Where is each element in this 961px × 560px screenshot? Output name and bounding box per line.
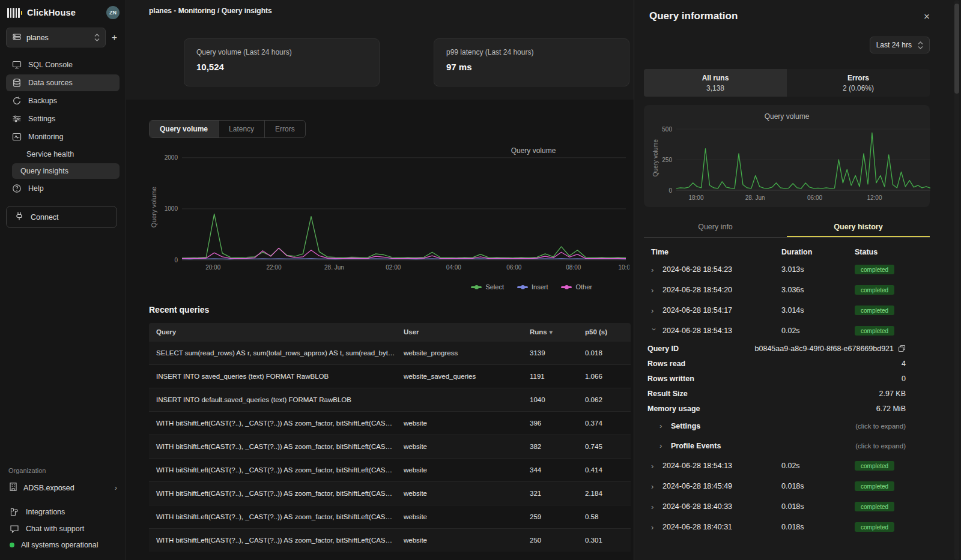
status-indicator[interactable]: All systems operational xyxy=(2,537,123,553)
user-avatar[interactable]: ZN xyxy=(106,6,120,19)
tab-query-info[interactable]: Query info xyxy=(644,218,787,237)
query-information-panel: Query information × Last 24 hrs All runs… xyxy=(634,0,961,560)
legend-item-insert[interactable]: Insert xyxy=(517,283,548,291)
svg-text:06:00: 06:00 xyxy=(807,194,822,201)
svg-text:28. Jun: 28. Jun xyxy=(324,264,344,271)
table-row[interactable]: WITH bitShiftLeft(CAST(?..), _CAST(?..))… xyxy=(149,505,631,528)
sidebar-item-help[interactable]: Help xyxy=(6,180,120,197)
tab-query-history[interactable]: Query history xyxy=(787,218,930,237)
legend-label: Other xyxy=(575,283,592,291)
query-volume-stat-card: Query volume (Last 24 hours) 10,524 xyxy=(184,38,380,86)
select-series-marker-icon xyxy=(471,286,482,288)
sidebar-item-integrations[interactable]: Integrations xyxy=(2,504,123,520)
all-runs-label: All runs xyxy=(702,74,729,82)
sidebar-item-chat-support[interactable]: Chat with support xyxy=(2,520,123,537)
table-row[interactable]: INSERT INTO default.saved_queries (text)… xyxy=(149,388,631,411)
time-range-row: Last 24 hrs xyxy=(644,37,930,53)
sidebar-item-query-insights[interactable]: Query insights xyxy=(12,163,120,179)
query-volume-chart: 01000200020:0022:0028. Jun02:0004:0006:0… xyxy=(149,143,629,278)
close-icon[interactable]: × xyxy=(924,11,930,22)
svg-text:04:00: 04:00 xyxy=(446,264,461,271)
chevron-right-icon[interactable]: › xyxy=(651,502,657,511)
chart-legend: Select Insert Other xyxy=(149,283,629,291)
history-row-expanded[interactable]: › 2024-06-28 18:54:13 0.02s completed xyxy=(644,321,930,341)
history-row[interactable]: › 2024-06-28 18:40:31 0.018s completed xyxy=(644,517,930,537)
table-row[interactable]: WITH bitShiftLeft(CAST(?..), _CAST(?..))… xyxy=(149,528,631,552)
stat-value: 97 ms xyxy=(446,62,617,72)
drawer-y-axis-label: Query volume xyxy=(652,139,659,176)
status-dot-icon xyxy=(10,543,14,547)
detail-rows-read: Rows read 4 xyxy=(644,356,930,371)
all-runs-value: 3,138 xyxy=(706,84,724,92)
service-selector[interactable]: planes xyxy=(6,28,106,47)
table-row[interactable]: WITH bitShiftLeft(CAST(?..), _CAST(?..))… xyxy=(149,435,631,458)
tab-errors[interactable]: Errors xyxy=(265,121,305,137)
chevron-right-icon[interactable]: › xyxy=(651,482,657,491)
table-row[interactable]: INSERT INTO saved_queries (text) FORMAT … xyxy=(149,364,631,388)
table-row[interactable]: WITH bitShiftLeft(CAST(?..), _CAST(?..))… xyxy=(149,411,631,435)
sidebar-item-backups[interactable]: Backups xyxy=(6,92,120,109)
status-badge: completed xyxy=(855,285,894,295)
table-row[interactable]: WITH bitShiftLeft(CAST(?..), _CAST(?..))… xyxy=(149,481,631,505)
tab-latency[interactable]: Latency xyxy=(219,121,265,137)
status-label: All systems operational xyxy=(21,541,99,549)
column-header-query[interactable]: Query xyxy=(149,328,396,336)
all-runs-tab[interactable]: All runs 3,138 xyxy=(644,69,787,97)
chevron-right-icon[interactable]: › xyxy=(651,265,657,274)
connect-button[interactable]: Connect xyxy=(6,206,117,228)
history-row[interactable]: › 2024-06-28 18:54:20 3.036s completed xyxy=(644,280,930,300)
organization-row[interactable]: ADSB.exposed › xyxy=(0,478,126,498)
sidebar-item-settings[interactable]: Settings xyxy=(6,110,120,127)
sort-descending-icon xyxy=(547,328,553,336)
updown-chevron-icon xyxy=(918,41,923,49)
sidebar-item-label: Query insights xyxy=(20,167,68,175)
query-cell: INSERT INTO saved_queries (text) FORMAT … xyxy=(149,373,396,380)
updown-chevron-icon xyxy=(94,34,100,41)
history-row[interactable]: › 2024-06-28 18:54:23 3.013s completed xyxy=(644,259,930,280)
p50-cell: 0.58 xyxy=(578,513,631,520)
sidebar-item-data-sources[interactable]: Data sources xyxy=(6,74,120,91)
profile-events-expandable[interactable]: › Profile Events (click to expand) xyxy=(644,436,930,456)
drawer-title: Query information xyxy=(649,10,738,22)
column-header-time: Time xyxy=(651,248,781,256)
time-range-select[interactable]: Last 24 hrs xyxy=(870,37,930,53)
history-row[interactable]: › 2024-06-28 18:54:17 3.014s completed xyxy=(644,300,930,321)
errors-tab[interactable]: Errors 2 (0.06%) xyxy=(787,69,930,97)
drawer-scrollbar-thumb[interactable] xyxy=(954,4,959,94)
status-badge: completed xyxy=(855,502,894,511)
legend-item-other[interactable]: Other xyxy=(561,283,592,291)
tab-query-volume[interactable]: Query volume xyxy=(150,121,219,137)
chevron-right-icon[interactable]: › xyxy=(651,306,657,315)
history-row[interactable]: › 2024-06-28 18:40:33 0.018s completed xyxy=(644,496,930,517)
chevron-right-icon[interactable]: › xyxy=(651,286,657,295)
detail-value: 4 xyxy=(902,360,906,368)
svg-text:10:00: 10:00 xyxy=(618,264,629,271)
sidebar-item-label: SQL Console xyxy=(28,61,73,69)
legend-item-select[interactable]: Select xyxy=(471,283,504,291)
history-row[interactable]: › 2024-06-28 18:54:13 0.02s completed xyxy=(644,456,930,476)
settings-expandable[interactable]: › Settings (click to expand) xyxy=(644,416,930,436)
chevron-right-icon[interactable]: › xyxy=(651,523,657,532)
sidebar-item-sql-console[interactable]: SQL Console xyxy=(6,56,120,73)
recent-queries-table: Query User Runs p50 (s) SELECT sum(read_… xyxy=(149,323,631,552)
sidebar-item-service-health[interactable]: Service health xyxy=(6,146,120,162)
organization-section-label: Organization xyxy=(0,467,126,478)
settings-label: Settings xyxy=(671,422,700,430)
run-duration: 0.018s xyxy=(781,482,855,490)
table-row[interactable]: SELECT sum(read_rows) AS r, sum(total_ro… xyxy=(149,341,631,364)
copy-icon[interactable] xyxy=(898,345,906,352)
chevron-right-icon: › xyxy=(659,441,665,450)
history-row[interactable]: › 2024-06-28 18:45:49 0.018s completed xyxy=(644,476,930,496)
table-row[interactable]: WITH bitShiftLeft(CAST(?..), _CAST(?..))… xyxy=(149,458,631,481)
run-time: 2024-06-28 18:54:20 xyxy=(662,286,732,294)
chevron-down-icon[interactable]: › xyxy=(650,328,659,334)
column-header-runs[interactable]: Runs xyxy=(523,328,578,336)
column-header-p50[interactable]: p50 (s) xyxy=(578,328,631,336)
run-duration: 3.014s xyxy=(781,306,855,315)
run-duration: 3.036s xyxy=(781,286,855,294)
status-badge: completed xyxy=(855,461,894,471)
sidebar-item-monitoring[interactable]: Monitoring xyxy=(6,128,120,145)
add-service-button[interactable]: + xyxy=(112,33,117,43)
chevron-right-icon[interactable]: › xyxy=(651,462,657,471)
column-header-user[interactable]: User xyxy=(396,328,523,336)
